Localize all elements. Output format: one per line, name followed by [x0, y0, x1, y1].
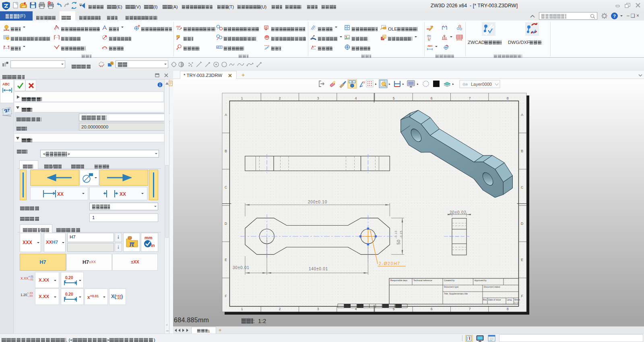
svg-text:1 / 1: 1 / 1: [514, 301, 519, 304]
svg-text:2: 2: [279, 307, 281, 311]
svg-text:Approved by: Approved by: [475, 279, 487, 282]
svg-text:B: B: [521, 149, 523, 153]
svg-text:A: A: [521, 113, 523, 117]
svg-text:E: E: [521, 258, 523, 262]
svg-text:200±0.10: 200±0.10: [308, 200, 327, 204]
svg-text:D: D: [521, 222, 523, 226]
svg-text:Date of issue: Date of issue: [488, 298, 501, 301]
svg-text:Layer0000: Layer0000: [471, 82, 492, 87]
svg-text:E: E: [225, 258, 227, 262]
svg-text:Technical reference: Technical reference: [413, 279, 432, 282]
svg-text:-0.10: -0.10: [394, 230, 397, 238]
svg-text:A: A: [225, 113, 227, 117]
svg-text:xyz: xyz: [176, 25, 181, 28]
svg-text:3: 3: [317, 307, 319, 311]
svg-text:2: 2: [279, 96, 281, 100]
svg-text:6: 6: [431, 307, 433, 311]
svg-text:◎a: ◎a: [462, 82, 468, 86]
svg-text:Created by: Created by: [444, 279, 455, 282]
svg-text:140±0.01: 140±0.01: [309, 267, 328, 271]
svg-text:F: F: [521, 294, 523, 298]
svg-text:Sheet: Sheet: [514, 298, 520, 301]
svg-text:20±0.02: 20±0.02: [450, 210, 466, 215]
svg-text:A: A: [265, 26, 267, 29]
svg-text:50: 50: [428, 39, 430, 41]
svg-text:0.20: 0.20: [65, 292, 73, 296]
svg-text:⌀: ⌀: [217, 46, 218, 48]
svg-text:1: 1: [241, 96, 243, 100]
svg-text:D: D: [225, 222, 227, 226]
svg-text:Rev.: Rev.: [483, 298, 487, 301]
svg-text:2-Ø20H7: 2-Ø20H7: [379, 261, 400, 266]
svg-text:XX: XX: [120, 191, 126, 197]
svg-text:Document status: Document status: [484, 286, 500, 288]
svg-text:?: ?: [613, 14, 616, 19]
svg-text:50: 50: [396, 239, 401, 245]
svg-text:1: 1: [241, 307, 243, 311]
svg-text:5: 5: [393, 96, 395, 100]
svg-text:ABC: ABC: [427, 45, 433, 47]
svg-text:0.20: 0.20: [65, 276, 73, 280]
svg-text:C: C: [225, 185, 227, 189]
svg-text:4: 4: [355, 96, 357, 100]
svg-text:B: B: [225, 149, 227, 153]
svg-text:F: F: [225, 294, 227, 298]
svg-text:C: C: [521, 185, 523, 189]
svg-text:Document type: Document type: [444, 286, 458, 288]
svg-text:Lang.: Lang.: [507, 298, 512, 301]
svg-text:3: 3: [317, 96, 319, 100]
svg-text:7: 7: [469, 96, 471, 100]
svg-text:5: 5: [393, 307, 395, 311]
svg-text:Responsible dept.: Responsible dept.: [390, 279, 408, 282]
svg-text:π: π: [129, 240, 134, 248]
svg-text:-0.25: -0.25: [400, 230, 402, 238]
svg-text:XX: XX: [57, 191, 64, 197]
svg-text:8: 8: [507, 307, 509, 311]
svg-text:Title, Supplementary title: Title, Supplementary title: [444, 292, 468, 295]
svg-text:6: 6: [431, 96, 433, 100]
svg-text:30±0.01: 30±0.01: [233, 265, 250, 270]
svg-text:8: 8: [507, 96, 509, 100]
svg-text:7: 7: [469, 307, 471, 311]
